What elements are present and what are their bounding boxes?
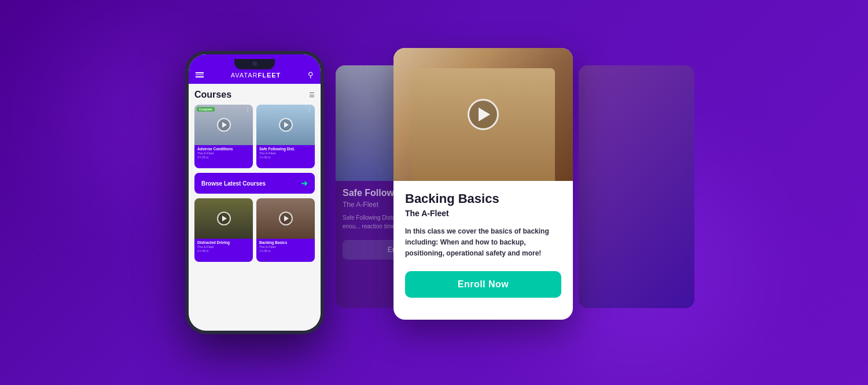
course-card-safe-info: Safe Following Dist. The A-Fleet 1 h 30 …	[256, 145, 315, 168]
play-triangle	[284, 216, 289, 221]
course-card-adverse-info: Adverse Conditions The A-Fleet 3 h 25 m	[194, 145, 253, 168]
popup-card-right-image	[579, 65, 694, 181]
popup-main-content: Backing Basics The A-Fleet In this class…	[393, 181, 573, 308]
popup-main-org: The A-Fleet	[405, 209, 561, 218]
phone-device: AVATARFLEET ⚲ Courses ☰ Complete ⋮	[185, 51, 324, 334]
courses-title: Courses	[194, 90, 231, 100]
course-card-adverse[interactable]: Complete ⋮ Adverse Conditions The A-Flee…	[194, 105, 253, 168]
play-button-small[interactable]	[217, 212, 231, 225]
card-dots-icon[interactable]: ⋮	[245, 107, 251, 113]
popup-card-right: ...cs ...e basics of ...n and how to ...…	[579, 65, 694, 308]
course-card-distracted-info: Distracted Driving The A-Fleet 2 h 45 m	[194, 239, 253, 262]
course-duration: 1 h 30 m	[259, 249, 312, 253]
play-triangle	[222, 216, 227, 221]
browse-latest-button[interactable]: Browse Latest Courses ➜	[194, 173, 315, 194]
course-card-distracted-image	[194, 198, 253, 239]
course-org: The A-Fleet	[259, 151, 312, 155]
browse-btn-label: Browse Latest Courses	[201, 180, 266, 187]
course-card-safe-image: ⋮	[256, 105, 315, 145]
browse-arrow-icon: ➜	[301, 179, 308, 188]
play-triangle-large	[479, 108, 490, 121]
play-button-small[interactable]	[279, 118, 293, 132]
course-duration: 1 h 30 m	[259, 156, 312, 159]
courses-header: Courses ☰	[194, 90, 315, 100]
logo-part2: FLEET	[258, 72, 281, 79]
course-card-distracted[interactable]: Distracted Driving The A-Fleet 2 h 45 m	[194, 198, 253, 262]
road-bg-purple	[579, 65, 694, 308]
phone-screen: AVATARFLEET ⚲ Courses ☰ Complete ⋮	[189, 54, 321, 331]
phone-camera	[252, 61, 257, 66]
course-card-backing-info: Backing Basics The A-Fleet 1 h 30 m	[256, 239, 315, 262]
enroll-now-button[interactable]: Enroll Now	[405, 271, 561, 298]
course-org: The A-Fleet	[197, 245, 250, 249]
course-card-adverse-image: Complete ⋮	[194, 105, 253, 145]
play-button-small[interactable]	[279, 212, 293, 225]
course-name: Adverse Conditions	[197, 147, 250, 151]
play-button-small[interactable]	[217, 118, 231, 132]
course-name: Distracted Driving	[197, 240, 250, 245]
course-org: The A-Fleet	[259, 245, 312, 249]
logo-part1: AVATAR	[231, 72, 258, 79]
popup-main-title: Backing Basics	[405, 191, 561, 206]
course-duration: 2 h 45 m	[197, 249, 250, 253]
course-name: Safe Following Dist.	[259, 147, 312, 151]
play-triangle	[284, 122, 289, 128]
course-name: Backing Basics	[259, 240, 312, 245]
popup-main-image	[393, 48, 573, 181]
phone-content: Courses ☰ Complete ⋮	[189, 84, 321, 331]
search-icon[interactable]: ⚲	[308, 71, 314, 79]
course-card-backing[interactable]: Backing Basics The A-Fleet 1 h 30 m	[256, 198, 315, 262]
hamburger-icon[interactable]	[196, 72, 204, 77]
scene: AVATARFLEET ⚲ Courses ☰ Complete ⋮	[87, 25, 781, 360]
play-triangle	[222, 122, 227, 128]
popup-card-main: Backing Basics The A-Fleet In this class…	[393, 48, 573, 320]
filter-icon[interactable]: ☰	[309, 91, 315, 99]
bottom-course-cards: Distracted Driving The A-Fleet 2 h 45 m	[194, 198, 315, 262]
play-button-large[interactable]	[468, 99, 499, 130]
course-card-safe[interactable]: ⋮ Safe Following Dist. The A-Fleet 1 h 3…	[256, 105, 315, 168]
popup-main-description: In this class we cover the basics of bac…	[405, 226, 561, 260]
course-org: The A-Fleet	[197, 151, 250, 155]
top-course-cards: Complete ⋮ Adverse Conditions The A-Flee…	[194, 105, 315, 168]
popup-area: Safe Follow... The A-Fleet Safe Followin…	[347, 48, 683, 337]
card-dots-icon[interactable]: ⋮	[307, 107, 312, 113]
course-duration: 3 h 25 m	[197, 156, 250, 159]
course-card-backing-image	[256, 198, 315, 239]
phone-logo: AVATARFLEET	[231, 72, 281, 79]
complete-badge: Complete	[197, 107, 215, 112]
